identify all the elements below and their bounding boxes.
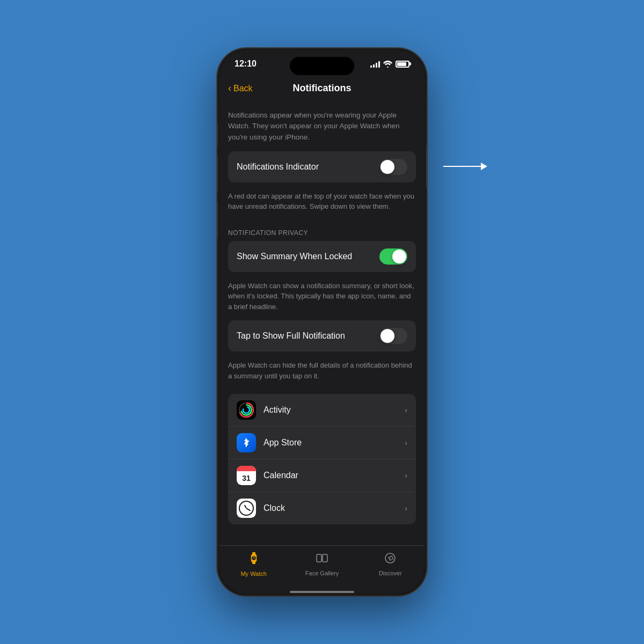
tap-to-show-toggle[interactable] [379,328,407,344]
activity-icon [237,400,256,420]
back-label: Back [233,84,253,93]
tap-to-show-label: Tap to Show Full Notification [237,331,345,341]
app-row-appstore[interactable]: App Store › [228,427,416,459]
watch-tab-icon [247,551,260,568]
appstore-chevron-icon: › [405,438,407,447]
svg-point-16 [390,558,391,559]
calendar-chevron-icon: › [405,471,407,480]
tap-to-show-row: Tap to Show Full Notification [228,320,416,352]
page-title: Notifications [292,83,351,94]
tab-discover[interactable]: Discover [356,546,425,582]
notifications-indicator-description: A red dot can appear at the top of your … [219,187,425,221]
phone-frame: 12:10 [217,48,427,596]
clock-chevron-icon: › [405,504,407,513]
mute-button [217,123,218,146]
activity-chevron-icon: › [405,406,407,414]
face-gallery-tab-icon [316,552,328,568]
dynamic-island [290,57,354,75]
home-indicator [219,590,425,594]
calendar-date: 31 [242,474,251,482]
svg-rect-13 [323,554,327,562]
content-scroll[interactable]: Notifications appear when you're wearing… [219,101,425,545]
show-summary-description: Apple Watch can show a notification summ… [219,276,425,321]
signal-bar-1 [370,65,372,68]
notifications-indicator-toggle[interactable] [379,159,407,175]
appstore-icon [237,433,256,452]
app-row-activity[interactable]: Activity › [228,394,416,427]
activity-name: Activity [264,405,405,415]
clock-name: Clock [264,503,405,513]
intro-description: Notifications appear when you're wearing… [219,101,425,151]
tab-my-watch-label: My Watch [240,570,267,577]
battery-icon [396,61,409,68]
notifications-indicator-label: Notifications Indicator [237,162,319,172]
calendar-name: Calendar [264,471,405,480]
app-list: Activity › App Store [228,394,416,524]
notifications-indicator-row: Notifications Indicator [228,151,416,182]
phone-screen: 12:10 [219,50,425,594]
discover-tab-icon [384,552,397,568]
tap-to-show-knob [380,329,394,343]
tap-to-show-description: Apple Watch can hide the full details of… [219,356,425,390]
svg-rect-12 [317,554,321,562]
status-icons [370,60,409,68]
tab-bar: My Watch Face Gallery [219,545,425,590]
svg-marker-15 [389,556,393,560]
signal-icon [370,60,380,68]
appstore-name: App Store [264,438,405,448]
power-button [426,145,427,188]
signal-bar-2 [373,64,375,68]
battery-fill [397,62,406,66]
calendar-icon: 31 [237,466,256,485]
app-row-clock[interactable]: Clock › [228,492,416,524]
wifi-icon [383,61,392,68]
calendar-icon-wrap: 31 [237,466,256,485]
tab-face-gallery[interactable]: Face Gallery [288,546,356,582]
show-summary-row: Show Summary When Locked [228,241,416,272]
show-summary-label: Show Summary When Locked [237,252,352,261]
app-row-calendar[interactable]: 31 Calendar › [228,459,416,492]
status-time: 12:10 [235,59,257,69]
tab-discover-label: Discover [379,570,402,576]
toggle-knob [380,160,394,174]
notification-privacy-section-label: NOTIFICATION PRIVACY [219,221,425,241]
calendar-body: 31 [237,471,256,485]
back-button[interactable]: ‹ Back [228,83,253,94]
appstore-icon-wrap [237,433,256,452]
navigation-header: ‹ Back Notifications [219,77,425,101]
clock-minute-hand [246,508,251,511]
chevron-left-icon: ‹ [228,83,231,94]
signal-bar-3 [376,63,377,68]
home-bar [290,591,354,593]
calendar-header [237,466,256,471]
show-summary-knob [392,250,406,264]
clock-icon-wrap [237,499,256,518]
tab-face-gallery-label: Face Gallery [305,570,339,576]
clock-face [239,501,254,516]
show-summary-toggle[interactable] [379,248,407,265]
signal-bar-4 [378,61,380,68]
clock-icon [237,499,256,518]
volume-up-button [217,156,218,193]
tab-my-watch[interactable]: My Watch [219,546,288,582]
notifications-indicator-wrapper: Notifications Indicator [219,151,425,182]
volume-down-button [217,201,218,239]
